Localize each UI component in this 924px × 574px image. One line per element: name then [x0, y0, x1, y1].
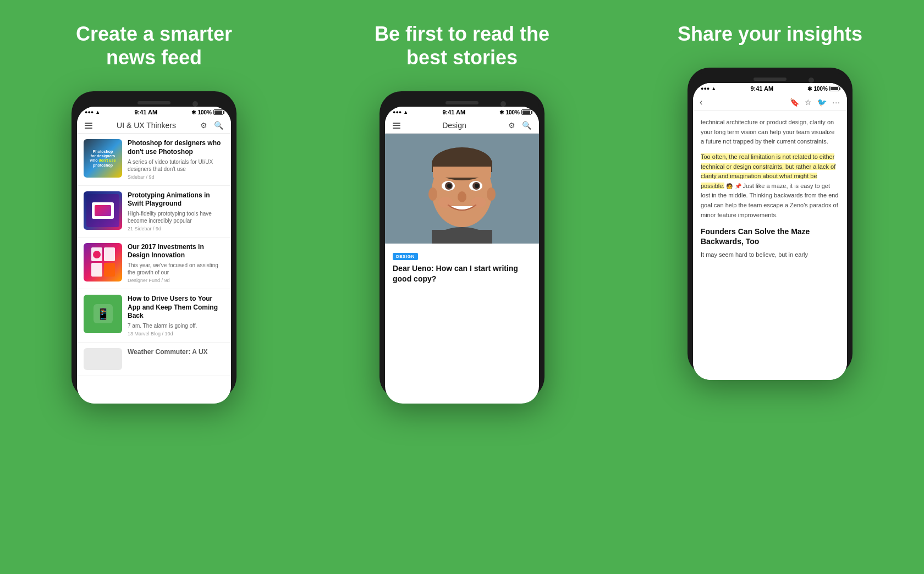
article-title-5: Weather Commuter: A UX: [128, 348, 224, 357]
article-thumb-4: 📱: [84, 295, 122, 333]
status-time-1: 9:41 AM: [134, 109, 157, 115]
svg-point-13: [458, 191, 466, 202]
panel-2: Be first to read the best stories ●●● ▲ …: [308, 0, 616, 574]
panel-1-title: Create a smarter news feed: [76, 22, 232, 69]
highlighted-section: Too often, the real limitation is not re…: [701, 152, 839, 220]
phone-2-top: [385, 97, 539, 107]
nav-title-1: UI & UX Thinkers: [117, 121, 176, 130]
svg-point-12: [475, 184, 479, 188]
article-thumb-5: [84, 348, 122, 370]
svg-point-11: [447, 184, 452, 188]
phone-3-camera: [809, 78, 814, 83]
article-info-5: Weather Commuter: A UX: [128, 348, 224, 358]
status-bar-2: ●●● ▲ 9:41 AM ✱ 100%: [385, 107, 539, 118]
nav-icons-2: ⚙ 🔍: [508, 121, 531, 130]
article-hero: [385, 134, 539, 244]
svg-point-14: [428, 187, 437, 201]
bluetooth-icon-2: ✱: [499, 109, 504, 115]
article-thumb-2: [84, 191, 122, 230]
article-desc-2: High-fidelity prototyping tools have bec…: [128, 210, 224, 224]
phone-2-screen: ●●● ▲ 9:41 AM ✱ 100% Design: [385, 107, 539, 404]
phone-1-top: [77, 97, 231, 107]
battery-icon: [213, 109, 223, 115]
article-item-4[interactable]: 📱 How to Drive Users to Your App and Kee…: [77, 289, 231, 343]
reading-content: technical architecture or product design…: [693, 111, 847, 380]
svg-point-17: [471, 197, 486, 208]
article-desc-4: 7 am. The alarm is going off.: [128, 322, 224, 329]
article-item-3[interactable]: Our 2017 Investments in Design Innovatio…: [77, 238, 231, 289]
status-left-1: ●●● ▲: [85, 109, 100, 115]
bluetooth-icon-3: ✱: [807, 86, 812, 92]
phone-3-speaker: [754, 78, 787, 81]
battery-text-2: 100%: [505, 109, 520, 115]
phone-3-top: [693, 73, 847, 83]
settings-icon[interactable]: ⚙: [200, 121, 207, 130]
phone-3: ●●● ▲ 9:41 AM ✱ 100% ‹ 🔖 ☆: [688, 68, 853, 376]
article-thumb-1: Photoshopfor designerswho don't usephoto…: [84, 139, 122, 178]
nav-title-2: Design: [442, 121, 466, 130]
phone-2-speaker: [446, 101, 479, 104]
article-item-5[interactable]: Weather Commuter: A UX: [77, 343, 231, 376]
article-desc-3: This year, we've focused on assisting th…: [128, 262, 224, 276]
battery-text: 100%: [197, 109, 212, 115]
article-item-2[interactable]: Prototyping Animations in Swift Playgrou…: [77, 186, 231, 238]
article-item-1[interactable]: Photoshopfor designerswho don't usephoto…: [77, 134, 231, 185]
panel-2-title: Be first to read the best stories: [375, 22, 549, 69]
reading-nav: ‹ 🔖 ☆ 🐦 ···: [693, 94, 847, 111]
article-info-4: How to Drive Users to Your App and Keep …: [128, 295, 224, 336]
bookmark-icon[interactable]: 🔖: [790, 98, 799, 107]
back-icon[interactable]: ‹: [700, 97, 702, 107]
panel-3: Share your insights ●●● ▲ 9:41 AM ✱ 100%: [616, 0, 924, 574]
star-icon[interactable]: ☆: [805, 98, 812, 107]
phone-2-camera: [501, 101, 506, 107]
battery-icon-3: [829, 86, 839, 91]
article-info-2: Prototyping Animations in Swift Playgrou…: [128, 191, 224, 231]
battery-text-3: 100%: [813, 86, 828, 92]
design-tag: DESIGN: [393, 253, 418, 260]
status-time-3: 9:41 AM: [750, 85, 773, 92]
nav-bar-1: UI & UX Thinkers ⚙ 🔍: [77, 118, 231, 134]
emoji-person-icon: 🧑: [726, 182, 733, 191]
signal-icon: ●●●: [85, 109, 94, 115]
settings-icon-2[interactable]: ⚙: [508, 121, 515, 130]
article-title-3: Our 2017 Investments in Design Innovatio…: [128, 243, 224, 260]
svg-point-16: [438, 197, 453, 208]
search-icon-2[interactable]: 🔍: [522, 121, 531, 130]
article-title-4: How to Drive Users to Your App and Keep …: [128, 295, 224, 321]
search-icon[interactable]: 🔍: [214, 121, 223, 130]
hamburger-menu[interactable]: [85, 123, 92, 129]
nav-icons-1: ⚙ 🔍: [200, 121, 223, 130]
article-title-1: Photoshop for designers who don't use Ph…: [128, 139, 224, 156]
bluetooth-icon: ✱: [191, 109, 196, 115]
status-bar-1: ●●● ▲ 9:41 AM ✱ 100%: [77, 107, 231, 118]
phone-camera: [193, 101, 198, 107]
phone-speaker: [138, 101, 170, 104]
phone-1: ●●● ▲ 9:41 AM ✱ 100% UI & UX: [72, 91, 237, 399]
status-time-2: 9:41 AM: [442, 109, 465, 115]
article-hero-image: [385, 134, 539, 244]
status-bar-3: ●●● ▲ 9:41 AM ✱ 100%: [693, 83, 847, 94]
article-thumb-3: [84, 243, 122, 282]
article-headline: Dear Ueno: How can I start writing good …: [393, 263, 531, 283]
hamburger-menu-2[interactable]: [393, 123, 400, 129]
status-right-1: ✱ 100%: [191, 109, 223, 115]
battery-icon-2: [521, 109, 531, 115]
reading-intro: technical architecture or product design…: [701, 118, 839, 147]
phone-2: ●●● ▲ 9:41 AM ✱ 100% Design: [380, 91, 544, 399]
emoji-bookmark-inline-icon: 📌: [735, 182, 741, 191]
more-icon[interactable]: ···: [832, 98, 840, 107]
signal-icon-2: ●●●: [393, 109, 402, 115]
twitter-icon[interactable]: 🐦: [817, 98, 827, 107]
wifi-icon-2: ▲: [403, 109, 408, 115]
nav-bar-2: Design ⚙ 🔍: [385, 118, 539, 134]
reading-closing: It may seem hard to believe, but in earl…: [701, 250, 839, 260]
svg-point-15: [487, 187, 496, 201]
signal-icon-3: ●●●: [701, 86, 710, 91]
article-info-1: Photoshop for designers who don't use Ph…: [128, 139, 224, 179]
article-info-3: Our 2017 Investments in Design Innovatio…: [128, 243, 224, 283]
panel-3-title: Share your insights: [678, 22, 862, 46]
svg-rect-6: [433, 167, 491, 178]
wifi-icon: ▲: [95, 109, 100, 115]
article-desc-1: A series of video tutorials for UI/UX de…: [128, 158, 224, 173]
article-meta-4: 13 Marvel Blog / 10d: [128, 331, 224, 336]
